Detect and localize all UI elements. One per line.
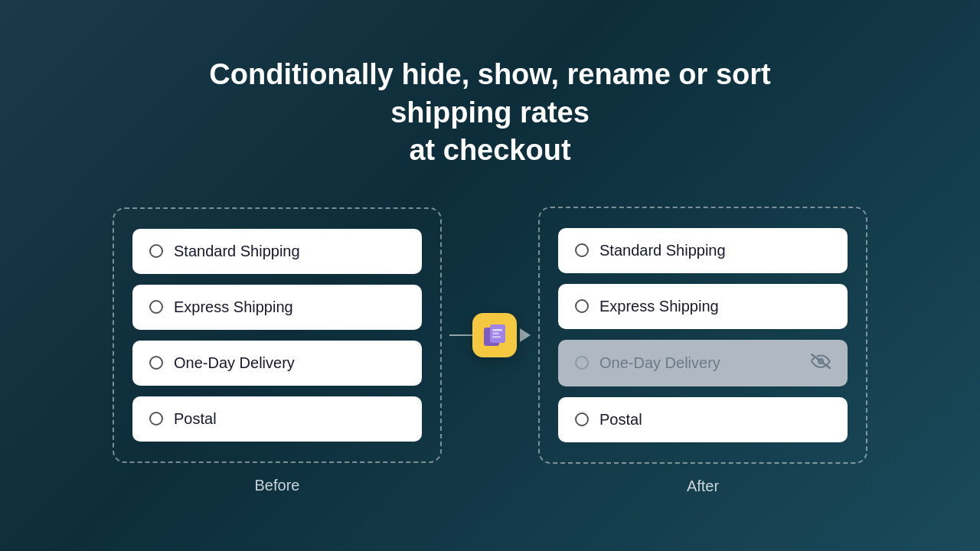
after-item-postal: Postal [558, 397, 848, 442]
radio-postal [149, 412, 163, 425]
before-standard-label: Standard Shipping [174, 243, 300, 260]
after-item-express: Express Shipping [558, 284, 848, 329]
after-postal-label: Postal [599, 411, 642, 429]
before-box: Standard Shipping Express Shipping One-D… [113, 207, 442, 463]
before-item-standard: Standard Shipping [132, 229, 422, 274]
after-radio-standard [575, 243, 589, 257]
svg-rect-4 [492, 336, 501, 338]
radio-oneday [149, 356, 163, 370]
after-box: Standard Shipping Express Shipping One-D… [538, 207, 867, 464]
before-postal-label: Postal [174, 410, 217, 428]
page-headline: Conditionally hide, show, rename or sort… [145, 56, 835, 169]
arrow-head [520, 328, 531, 342]
after-radio-express [575, 299, 589, 313]
before-diagram: Standard Shipping Express Shipping One-D… [113, 207, 442, 494]
app-icon-svg [481, 321, 508, 349]
radio-standard [149, 244, 163, 258]
radio-express [149, 300, 163, 314]
svg-rect-2 [492, 329, 502, 331]
svg-rect-3 [492, 333, 499, 335]
after-item-standard: Standard Shipping [558, 228, 848, 273]
after-diagram: Standard Shipping Express Shipping One-D… [538, 207, 867, 495]
after-radio-oneday [575, 356, 589, 370]
after-label: After [687, 478, 719, 495]
arrow-left-line [449, 334, 472, 336]
before-label: Before [255, 477, 300, 494]
before-item-oneday: One-Day Delivery [132, 341, 422, 386]
after-express-label: Express Shipping [599, 298, 719, 315]
app-icon [472, 313, 517, 357]
before-express-label: Express Shipping [174, 298, 293, 316]
before-oneday-label: One-Day Delivery [174, 354, 295, 372]
diagrams-row: Standard Shipping Express Shipping One-D… [0, 207, 980, 495]
arrow-connector [442, 313, 538, 357]
after-standard-label: Standard Shipping [599, 242, 726, 259]
after-oneday-label: One-Day Delivery [599, 354, 720, 372]
hidden-eye-icon [811, 354, 831, 373]
before-item-express: Express Shipping [132, 285, 422, 330]
after-item-oneday: One-Day Delivery [558, 340, 848, 386]
after-radio-postal [575, 412, 589, 426]
before-item-postal: Postal [132, 396, 422, 442]
